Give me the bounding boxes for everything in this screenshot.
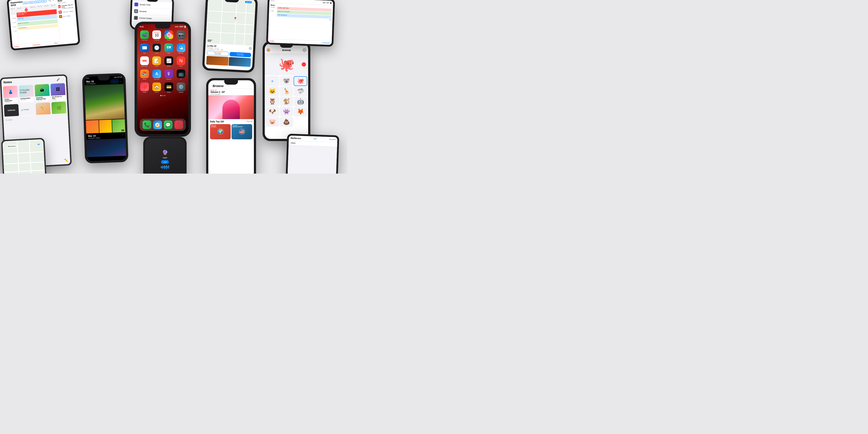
maps-app-icon: 🗺: [164, 43, 173, 52]
event-detail-alert-row[interactable]: 🔔 Alert None ›: [59, 14, 75, 18]
ios-app-weather[interactable]: 🌤 Weather: [176, 43, 186, 54]
note-card-plant[interactable]: 🌿: [51, 101, 66, 115]
music-see-all-btn[interactable]: See All: [247, 120, 252, 122]
animoji-close-btn[interactable]: ✕: [303, 48, 306, 52]
ios-app-books[interactable]: 📚 Books: [140, 69, 149, 80]
note-card-garage[interactable]: GARAGE: [4, 104, 19, 117]
ios-app-calendar[interactable]: Tuesday 10 Calendar: [152, 30, 161, 41]
photos-select-btn[interactable]: Select: [111, 80, 119, 83]
ios-app-home[interactable]: 🏠 Home: [152, 83, 161, 93]
day-tue[interactable]: Tue 10: [23, 6, 30, 12]
ios-app-appstore[interactable]: A App Store: [152, 69, 161, 80]
animoji-shark[interactable]: 🦈: [293, 86, 307, 96]
tv-app-icon: 📺: [177, 69, 185, 78]
notes-title: Notes: [3, 80, 12, 84]
ios-app-health[interactable]: ❤️ Health: [140, 83, 149, 93]
chart-global-top-label: TOP 100: [210, 124, 231, 126]
maps-photos-row: [206, 56, 251, 67]
ios-app-mail[interactable]: ✉️ Mail: [140, 43, 149, 54]
ios-app-wallet[interactable]: 💳 Wallet: [164, 83, 174, 93]
note-card-budget[interactable]: 📊 Budget: [20, 103, 35, 116]
note-card-yosemite[interactable]: 🏔 Yosemite National Park Yesterday: [34, 84, 50, 102]
time-11am: 11 AM: [10, 22, 17, 26]
photos-screen-container: 9:41 ●●● WiFi ■ Mar 18 Los Angeles Selec…: [84, 75, 126, 161]
animoji-octopus[interactable]: 🐙: [293, 76, 307, 86]
music-album-art[interactable]: [208, 95, 254, 119]
animoji-pig[interactable]: 🐷: [266, 117, 279, 127]
ios-app-photos[interactable]: 🌸 Photos: [164, 30, 174, 41]
animoji-cat[interactable]: 🐱: [266, 86, 279, 96]
ios-app-stocks[interactable]: 📈 Stocks: [164, 56, 174, 67]
calendar-calendars-link[interactable]: Calendars: [32, 43, 40, 46]
photo-thumb-1[interactable]: [86, 120, 99, 133]
search-icon[interactable]: 🔍: [48, 0, 51, 2]
maps-photo-1[interactable]: [206, 56, 228, 65]
ios-dock-messages[interactable]: 💬: [164, 120, 173, 129]
note-card-cycling[interactable]: CYCLING GUIDE Cycling Notes Yesterday: [19, 85, 34, 102]
maps-photo-2[interactable]: [228, 57, 251, 67]
ios-app-tv[interactable]: 📺 TV: [176, 69, 186, 80]
ios-dock-phone[interactable]: 📞: [143, 120, 151, 129]
ios-dock-music[interactable]: 🎵: [175, 120, 183, 129]
animoji-fox[interactable]: 🦊: [293, 107, 307, 117]
animoji-record-button[interactable]: [302, 62, 306, 67]
view-btn-year[interactable]: Year: [41, 0, 46, 3]
music-artist-name: Pink Sweat$: [211, 93, 252, 95]
photos-more-btn[interactable]: ···: [120, 80, 122, 83]
animoji-alien[interactable]: 👾: [280, 107, 293, 117]
music-chart-global[interactable]: TOP 100 GLOBAL 🌍: [210, 124, 231, 139]
ios-app-maps[interactable]: 🗺 Maps: [164, 43, 174, 54]
compose-note-icon[interactable]: ✏️: [64, 158, 68, 162]
event-detail-calendar-row[interactable]: 📋 Calendar Work ›: [59, 9, 74, 14]
animoji-robot[interactable]: 🤖: [293, 97, 307, 106]
maps-directions-btn[interactable]: Directions 10 min drive: [229, 52, 251, 57]
animoji-dog[interactable]: 🐶: [266, 107, 279, 117]
mail-content: Mailboxes Edit Vacation Inbox ›: [287, 135, 337, 174]
ios-app-camera[interactable]: 📷 Camera: [176, 30, 186, 41]
mail-device: Mailboxes Edit Vacation Inbox ›: [286, 134, 339, 174]
view-btn-week[interactable]: Week: [28, 1, 34, 4]
ios-app-clock[interactable]: 🕐 Clock: [152, 43, 161, 54]
siri-yes-bubble[interactable]: Yes!: [161, 160, 168, 164]
animoji-giraffe[interactable]: 🦒: [280, 86, 293, 96]
animoji-monkey[interactable]: 🐒: [280, 97, 293, 106]
maps-close-btn[interactable]: ✕: [249, 46, 252, 50]
cal2-calendars-link[interactable]: Calendars: [322, 42, 330, 44]
ios-app-news[interactable]: N News: [176, 56, 186, 67]
ios-app-podcasts[interactable]: 🎙 Podcasts: [164, 69, 174, 80]
calendar-today-link[interactable]: Today: [14, 45, 19, 48]
album-art-overlay: [222, 100, 240, 119]
note-card-art[interactable]: 🖼 Art Venues to Visit Sunday: [50, 83, 66, 101]
animoji-add-btn[interactable]: ＋: [266, 76, 279, 86]
ios-app-facetime[interactable]: 📹 FaceTime: [140, 30, 149, 41]
cal2-today-link[interactable]: Today: [270, 40, 275, 42]
notes-more-icon[interactable]: ···: [62, 78, 64, 81]
ios-app-settings[interactable]: ⚙️ Settings: [176, 83, 186, 93]
animoji-bear[interactable]: 🐨: [280, 76, 293, 86]
weather-app-label: Weather: [179, 53, 184, 54]
photo-thumb-3[interactable]: +7: [112, 119, 125, 132]
mail-vacation-btn[interactable]: Vacation: [329, 138, 336, 141]
music-chart-usa[interactable]: TOP 100 UNITED STATES 🇺🇸: [231, 124, 252, 139]
note-card-outfits[interactable]: 👗 Outfits Inspiration Yesterday: [3, 86, 18, 103]
microphone-icon[interactable]: 🎤: [57, 78, 60, 81]
note-card-sketch[interactable]: ✏️: [36, 102, 51, 115]
maps-reserve-btn[interactable]: Reservations OpenTable: [207, 51, 229, 56]
add-event-icon[interactable]: ＋: [52, 0, 55, 2]
calendar-inbox-link[interactable]: Inbox: [54, 42, 58, 44]
view-btn-month[interactable]: Month: [34, 0, 41, 3]
mail-edit-btn[interactable]: Edit: [314, 138, 317, 140]
animoji-owl[interactable]: 🦉: [266, 97, 279, 106]
photos-section2-more[interactable]: ···: [122, 133, 124, 138]
animoji-poo[interactable]: 💩: [280, 117, 293, 127]
general-chevron: ›: [169, 11, 170, 13]
ios-app-notes[interactable]: 📝 Notes: [152, 56, 161, 67]
event-date-icon: 📅: [58, 5, 61, 8]
event-coffee-loc: Philz Coffee: [18, 14, 25, 16]
photo-thumb-2[interactable]: [99, 120, 112, 133]
view-btn-day[interactable]: Day: [23, 2, 28, 4]
news-app-label: News: [179, 65, 183, 67]
ios-dock-safari[interactable]: 🧭: [153, 120, 162, 129]
settings-row-control[interactable]: 🎛 Control Center ›: [132, 14, 172, 23]
ios-app-reminders[interactable]: Reminders: [140, 56, 149, 67]
